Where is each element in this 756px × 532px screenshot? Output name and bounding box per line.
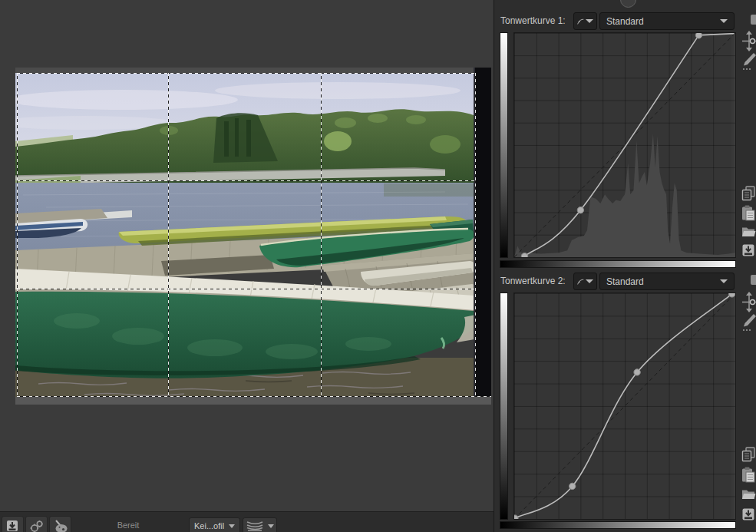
curve-point-picker-icon[interactable] bbox=[741, 292, 756, 312]
identity-diagonal bbox=[514, 293, 735, 519]
curve2-editor[interactable] bbox=[513, 292, 736, 520]
thirds-line-vertical-2 bbox=[321, 73, 322, 396]
histogram bbox=[514, 134, 735, 257]
curve1-type-dropdown[interactable] bbox=[573, 12, 597, 30]
curve-type-icon bbox=[577, 17, 584, 26]
curve-control-point[interactable] bbox=[577, 207, 583, 213]
scanned-photo[interactable] bbox=[15, 68, 491, 405]
settings-button[interactable] bbox=[25, 516, 48, 532]
crop-marquee-bottom[interactable] bbox=[17, 396, 491, 397]
chevron-down-icon bbox=[720, 279, 728, 283]
curve-type-icon bbox=[577, 277, 584, 286]
curve1-editor[interactable] bbox=[513, 32, 736, 258]
curve-control-point[interactable] bbox=[569, 483, 576, 489]
import-button[interactable] bbox=[2, 516, 24, 532]
curve-control-point[interactable] bbox=[521, 253, 527, 257]
curve1-input-gradient bbox=[500, 260, 736, 268]
status-bar: Bereit Kei...ofil bbox=[0, 511, 494, 532]
curve1-output-gradient bbox=[500, 32, 508, 258]
curves-stack-icon bbox=[246, 520, 263, 531]
film-tools-button[interactable] bbox=[49, 516, 71, 532]
color-profile-dropdown[interactable]: Kei...ofil bbox=[189, 517, 240, 532]
curve2-plot bbox=[514, 293, 735, 519]
save-curve-icon[interactable] bbox=[741, 507, 755, 522]
curve1-plot bbox=[514, 33, 735, 257]
chevron-down-icon bbox=[229, 524, 235, 528]
load-curve-folder-icon[interactable] bbox=[741, 488, 756, 500]
chevron-down-icon bbox=[720, 19, 728, 23]
curve1-preset-dropdown[interactable]: Standard bbox=[599, 12, 735, 30]
chevron-down-icon bbox=[586, 279, 593, 283]
curve-control-point[interactable] bbox=[634, 369, 640, 375]
status-text: Bereit bbox=[94, 520, 163, 530]
freehand-curve-pencil-icon[interactable] bbox=[741, 52, 756, 71]
panel-corner-icon[interactable] bbox=[751, 15, 756, 25]
photo-image bbox=[15, 68, 491, 405]
curve2-title: Tonwertkurve 2: bbox=[500, 276, 566, 286]
paste-curve-icon[interactable] bbox=[741, 205, 755, 221]
save-curve-icon[interactable] bbox=[741, 243, 755, 258]
chevron-down-icon bbox=[268, 524, 274, 528]
thirds-line-vertical-1 bbox=[168, 73, 169, 396]
panel-collapse-handle[interactable] bbox=[620, 0, 636, 8]
panel-corner-icon[interactable] bbox=[751, 275, 756, 285]
import-icon bbox=[5, 519, 20, 532]
curve-control-point[interactable] bbox=[514, 515, 518, 519]
tone-curves-panel: Tonwertkurve 1: Standard bbox=[494, 0, 756, 532]
curve2-output-gradient bbox=[500, 292, 508, 520]
scan-software-window: { "window": {"width": 985, "height": 693… bbox=[0, 0, 756, 532]
curve-point-picker-icon[interactable] bbox=[741, 31, 756, 51]
gears-icon bbox=[29, 519, 45, 532]
gradation-presets-dropdown[interactable] bbox=[243, 517, 277, 532]
image-canvas bbox=[0, 0, 494, 511]
load-curve-folder-icon[interactable] bbox=[741, 226, 756, 237]
crop-marquee-left[interactable] bbox=[17, 73, 18, 396]
palette-brush-icon bbox=[53, 519, 68, 532]
tone-curve-line[interactable] bbox=[515, 294, 732, 518]
paste-curve-icon[interactable] bbox=[741, 467, 755, 483]
curve2-preset-value: Standard bbox=[606, 276, 720, 287]
color-profile-value: Kei...ofil bbox=[194, 521, 224, 530]
chevron-down-icon bbox=[586, 19, 593, 23]
curve2-input-gradient bbox=[500, 521, 736, 529]
copy-curve-icon[interactable] bbox=[741, 186, 756, 201]
thirds-line-horizontal-2 bbox=[17, 289, 476, 289]
curve1-preset-value: Standard bbox=[606, 16, 720, 27]
freehand-curve-pencil-icon[interactable] bbox=[741, 313, 756, 332]
thirds-line-horizontal-1 bbox=[17, 180, 476, 181]
copy-curve-icon[interactable] bbox=[741, 447, 756, 462]
curve1-title: Tonwertkurve 1: bbox=[500, 15, 566, 26]
curve-control-point[interactable] bbox=[695, 33, 702, 38]
curve-control-point[interactable] bbox=[729, 293, 735, 297]
curve2-preset-dropdown[interactable]: Standard bbox=[599, 273, 735, 290]
crop-marquee-right[interactable] bbox=[475, 73, 476, 396]
curve2-type-dropdown[interactable] bbox=[573, 273, 597, 290]
crop-marquee-top[interactable] bbox=[17, 73, 476, 74]
